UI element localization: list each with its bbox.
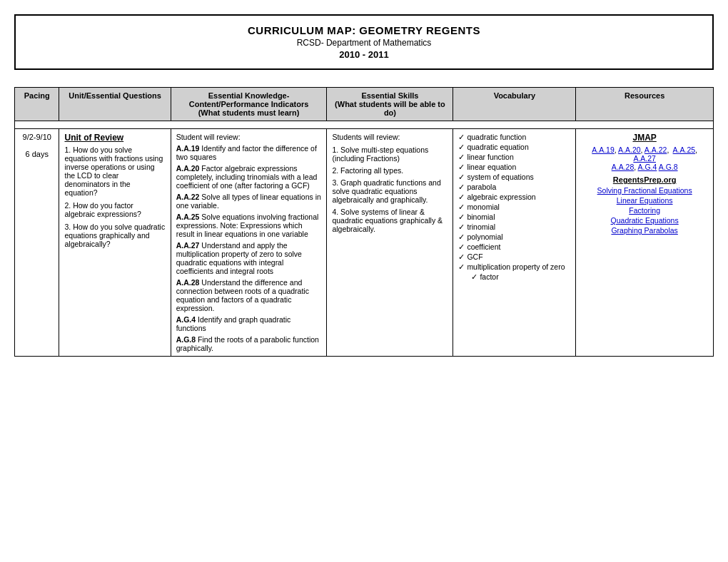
vocab-binomial: binomial <box>458 213 570 221</box>
skill-2: 2. Factoring all types. <box>332 166 448 175</box>
col-header-resources: Resources <box>576 88 714 121</box>
knowledge-aa22: A.A.22 Solve all types of linear equatio… <box>176 193 322 210</box>
knowledge-aa28: A.A.28 Understand the difference and con… <box>176 278 322 312</box>
vocab-cell: quadratic function quadratic equation li… <box>453 129 576 357</box>
col-header-skills: Essential Skills(What students will be a… <box>327 88 453 121</box>
regents-links: Solving Fractional Equations Linear Equa… <box>581 186 708 235</box>
jmap-title: JMAP <box>581 133 708 143</box>
link-solving-fractional: Solving Fractional Equations <box>581 186 708 195</box>
vocab-coefficient: coefficient <box>458 242 570 251</box>
vocab-linear-equation: linear equation <box>458 163 570 171</box>
unit-q2: 2. How do you factor algebraic expressio… <box>64 201 165 218</box>
factoring-link[interactable]: Factoring <box>629 206 660 215</box>
jmap-links: A.A.19, A.A.20, A.A.22, A.A.25, A.A.27 A… <box>581 145 708 171</box>
pacing-cell: 9/2-9/10 6 days <box>15 129 59 357</box>
unit-q1: 1. How do you solve equations with fract… <box>64 145 165 197</box>
jmap-link-aa22[interactable]: A.A.22 <box>644 145 667 154</box>
jmap-link-aa19[interactable]: A.A.19 <box>592 145 615 154</box>
solving-fractional-link[interactable]: Solving Fractional Equations <box>597 186 692 195</box>
pacing-dates: 9/2-9/10 <box>20 133 54 141</box>
vocab-factor: factor <box>458 272 570 281</box>
col-header-pacing: Pacing <box>15 88 59 121</box>
skill-1: 1. Solve multi-step equations (including… <box>332 145 448 163</box>
col-header-unit: Unit/Essential Questions <box>59 88 171 121</box>
knowledge-aa27: A.A.27 Understand and apply the multipli… <box>176 241 322 275</box>
link-quadratic-equations: Quadratic Equations <box>581 216 708 225</box>
vocab-monomial: monomial <box>458 203 570 211</box>
vocab-algebraic-expression: algebraic expression <box>458 193 570 201</box>
knowledge-aa20: A.A.20 Factor algebraic expressions comp… <box>176 164 322 190</box>
knowledge-aa25: A.A.25 Solve equations involving fractio… <box>176 213 322 238</box>
spacer-row <box>15 121 714 129</box>
knowledge-intro: Student will review: <box>176 133 322 141</box>
knowledge-cell: Student will review: A.A.19 Identify and… <box>171 129 327 357</box>
link-graphing-parabolas: Graphing Parabolas <box>581 226 708 235</box>
vocab-linear-function: linear function <box>458 153 570 161</box>
page-year: 2010 - 2011 <box>30 49 698 60</box>
page-container: CURRICULUM MAP: GEOMETRY REGENTS RCSD- D… <box>14 14 714 357</box>
curriculum-table: Pacing Unit/Essential Questions Essentia… <box>14 87 714 357</box>
jmap-link-ag4[interactable]: A.G.4 <box>638 163 657 171</box>
knowledge-ag4: A.G.4 Identify and graph quadratic funct… <box>176 315 322 332</box>
jmap-link-aa27[interactable]: A.A.27 <box>633 154 656 163</box>
vocab-trinomial: trinomial <box>458 223 570 231</box>
vocab-system-equations: system of equations <box>458 173 570 181</box>
page-subtitle: RCSD- Department of Mathematics <box>30 38 698 48</box>
linear-equations-link[interactable]: Linear Equations <box>617 196 673 205</box>
link-linear-equations: Linear Equations <box>581 196 708 205</box>
jmap-link-ag8[interactable]: A.G.8 <box>659 163 678 171</box>
col-header-knowledge: Essential Knowledge-Content/Performance … <box>171 88 327 121</box>
vocab-quadratic-function: quadratic function <box>458 133 570 141</box>
link-factoring: Factoring <box>581 206 708 215</box>
skills-intro: Students will review: <box>332 133 448 141</box>
unit-q3: 3. How do you solve quadratic equations … <box>64 223 165 248</box>
page-title: CURRICULUM MAP: GEOMETRY REGENTS <box>30 24 698 36</box>
jmap-link-aa20[interactable]: A.A.20 <box>618 145 641 154</box>
knowledge-ag8: A.G.8 Find the roots of a parabolic func… <box>176 335 322 352</box>
knowledge-aa19: A.A.19 Identify and factor the differenc… <box>176 144 322 161</box>
vocab-quadratic-equation: quadratic equation <box>458 143 570 151</box>
regents-title: RegentsPrep.org <box>581 175 708 184</box>
unit-title: Unit of Review <box>64 133 165 143</box>
vocab-mult-property: multiplication property of zero <box>458 262 570 271</box>
skill-3: 3. Graph quadratic functions and solve q… <box>332 178 448 204</box>
header-box: CURRICULUM MAP: GEOMETRY REGENTS RCSD- D… <box>14 14 714 70</box>
vocab-list: quadratic function quadratic equation li… <box>458 133 570 281</box>
quadratic-equations-link[interactable]: Quadratic Equations <box>611 216 679 225</box>
resources-cell: JMAP A.A.19, A.A.20, A.A.22, A.A.25, A.A… <box>576 129 714 357</box>
unit-cell: Unit of Review 1. How do you solve equat… <box>59 129 171 357</box>
table-header-row: Pacing Unit/Essential Questions Essentia… <box>15 88 714 121</box>
jmap-link-aa28[interactable]: A.A.28 <box>612 163 635 171</box>
jmap-link-aa25[interactable]: A.A.25 <box>673 145 696 154</box>
table-row: 9/2-9/10 6 days Unit of Review 1. How do… <box>15 129 714 357</box>
vocab-polynomial: polynomial <box>458 233 570 241</box>
graphing-parabolas-link[interactable]: Graphing Parabolas <box>611 226 677 235</box>
skills-cell: Students will review: 1. Solve multi-ste… <box>327 129 453 357</box>
vocab-parabola: parabola <box>458 183 570 191</box>
vocab-gcf: GCF <box>458 252 570 261</box>
pacing-days: 6 days <box>20 150 54 158</box>
skill-4: 4. Solve systems of linear & quadratic e… <box>332 208 448 233</box>
col-header-vocab: Vocabulary <box>453 88 576 121</box>
